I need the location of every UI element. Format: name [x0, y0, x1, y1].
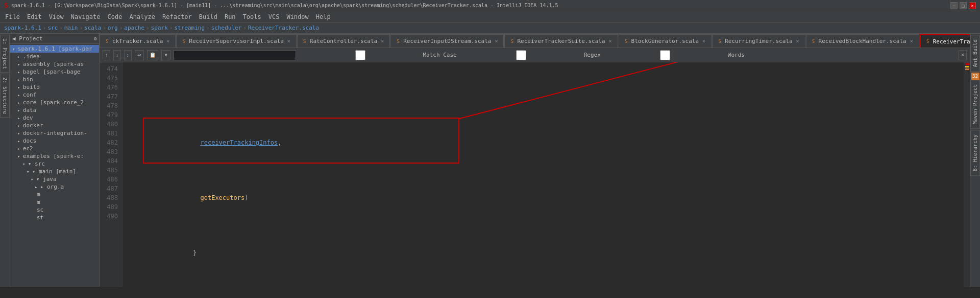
- tree-item-dev[interactable]: dev: [10, 114, 99, 122]
- tab-receiversupervisor[interactable]: S ReceiverSupervisorImpl.scala ×: [176, 34, 296, 48]
- tree-file-m1[interactable]: m: [10, 191, 99, 198]
- tree-item-docker-int[interactable]: docker-integration-: [10, 129, 99, 137]
- tab-close-1[interactable]: ×: [165, 38, 171, 44]
- tab-receivertrackersuite[interactable]: S ReceiverTrackerSuite.scala ×: [504, 34, 618, 48]
- maximize-button[interactable]: □: [960, 2, 967, 9]
- search-input[interactable]: [174, 50, 296, 60]
- tab-close-4[interactable]: ×: [493, 38, 499, 44]
- ant-build-tab[interactable]: Ant Build: [970, 35, 980, 72]
- code-editor[interactable]: 474 475 476 477 478 479 480 481 482 483 …: [100, 62, 970, 287]
- menu-item-run[interactable]: Run: [222, 13, 239, 21]
- menu-item-help[interactable]: Help: [313, 13, 334, 21]
- match-case-checkbox[interactable]: [299, 50, 422, 60]
- tree-item-build[interactable]: build: [10, 83, 99, 91]
- title-bar-controls: — □ ✕: [950, 2, 976, 9]
- maven-project-tab[interactable]: Maven Project: [970, 80, 980, 129]
- menu-item-refactor[interactable]: Refactor: [159, 13, 195, 21]
- breadcrumb-spark[interactable]: spark-1.6.1: [4, 25, 41, 31]
- breadcrumb-main[interactable]: main: [64, 25, 78, 31]
- tree-item-conf[interactable]: conf: [10, 91, 99, 99]
- menu-item-build[interactable]: Build: [196, 13, 220, 21]
- menu-item-vcs[interactable]: VCS: [265, 13, 283, 21]
- search-nav-up[interactable]: ↑: [103, 50, 110, 60]
- breadcrumb-file[interactable]: ReceiverTracker.scala: [248, 25, 319, 31]
- tree-file-sc[interactable]: sc: [10, 206, 99, 214]
- tree-item-bin[interactable]: bin: [10, 76, 99, 83]
- minimize-button[interactable]: —: [950, 2, 958, 9]
- tab-close-6[interactable]: ×: [701, 38, 707, 44]
- project-tab[interactable]: 1: Project: [0, 35, 10, 73]
- tree-item-idea[interactable]: .idea: [10, 53, 99, 60]
- tree-item-core[interactable]: core [spark-core_2: [10, 99, 99, 106]
- tab-receivertracker-active[interactable]: S ReceiverTracker.scala ×: [920, 34, 970, 48]
- tree-item-src[interactable]: ▾ src: [10, 160, 99, 168]
- hierarchy-right-tab[interactable]: 8: Hierarchy: [970, 130, 980, 176]
- tree-item-docker[interactable]: docker: [10, 122, 99, 129]
- menu-item-view[interactable]: View: [46, 13, 67, 21]
- search-match-case: Match Case: [299, 50, 457, 60]
- search-close[interactable]: ×: [959, 50, 967, 60]
- tab-close-2[interactable]: ×: [286, 38, 292, 44]
- match-case-label: Match Case: [423, 52, 457, 58]
- breadcrumb-apache[interactable]: apache: [124, 25, 144, 31]
- tree-file-st[interactable]: st: [10, 214, 99, 221]
- menu-item-tools[interactable]: Tools: [240, 13, 264, 21]
- tree-file-m2[interactable]: m: [10, 198, 99, 206]
- tab-receiverinputdstream[interactable]: S ReceiverInputDStream.scala ×: [390, 34, 504, 48]
- search-btn-1[interactable]: 📋: [147, 50, 158, 60]
- tab-close-8[interactable]: ×: [909, 38, 915, 44]
- tree-item-docs[interactable]: docs: [10, 137, 99, 145]
- search-option-1[interactable]: ↕: [124, 50, 132, 60]
- menu-item-analyze[interactable]: Analyze: [126, 13, 158, 21]
- breadcrumb-spark2[interactable]: spark: [151, 25, 168, 31]
- tree-item-ec2[interactable]: ec2: [10, 145, 99, 152]
- tab-icon-1: S: [104, 38, 110, 44]
- breadcrumb-sep-2: ›: [59, 25, 63, 31]
- words-checkbox[interactable]: [604, 50, 726, 60]
- breadcrumb-sep-8: ›: [206, 25, 210, 31]
- search-wrap[interactable]: ↩: [135, 50, 144, 60]
- menu-item-navigate[interactable]: Navigate: [68, 13, 104, 21]
- tree-item-data[interactable]: data: [10, 106, 99, 114]
- words-label: Words: [728, 52, 745, 58]
- tree-item-java[interactable]: ▾ java: [10, 175, 99, 183]
- sidebar-icon-1[interactable]: ⚙: [94, 36, 97, 41]
- close-button[interactable]: ✕: [969, 2, 976, 9]
- breadcrumb-org[interactable]: org: [108, 25, 118, 31]
- tab-icon-9: S: [925, 38, 931, 44]
- tree-item-assembly[interactable]: assembly [spark-as: [10, 60, 99, 68]
- tab-close-7[interactable]: ×: [795, 38, 801, 44]
- line-num-484: 484: [102, 156, 118, 166]
- breadcrumb-scala[interactable]: scala: [84, 25, 101, 31]
- menu-item-code[interactable]: Code: [105, 13, 126, 21]
- line-num-477: 477: [102, 92, 118, 101]
- tab-label-2: ReceiverSupervisorImpl.scala: [189, 38, 283, 44]
- breadcrumb-streaming[interactable]: streaming: [174, 25, 205, 31]
- breadcrumb-scheduler[interactable]: scheduler: [211, 25, 242, 31]
- tab-receivedblockhandler[interactable]: S ReceivedBlockHandler.scala ×: [806, 34, 919, 48]
- tab-ratecontroller[interactable]: S RateController.scala ×: [297, 34, 390, 48]
- menu-item-window[interactable]: Window: [283, 13, 311, 21]
- tab-close-3[interactable]: ×: [379, 38, 385, 44]
- code-link-474[interactable]: receiverTrackingInfos: [201, 139, 278, 146]
- search-nav-down[interactable]: ↓: [113, 50, 121, 60]
- code-content[interactable]: receiverTrackingInfos, getExecutors) } /…: [122, 62, 964, 287]
- regex-checkbox[interactable]: [460, 50, 582, 60]
- breadcrumb-src[interactable]: src: [47, 25, 58, 31]
- menu-item-edit[interactable]: Edit: [24, 13, 45, 21]
- search-btn-2[interactable]: ✦: [161, 50, 170, 60]
- tree-item-bagel[interactable]: bagel [spark-bage: [10, 68, 99, 76]
- structure-tab[interactable]: 2: Structure: [0, 74, 10, 118]
- tree-item-orga[interactable]: ▸ org.a: [10, 183, 99, 191]
- tab-blockgenerator[interactable]: S BlockGenerator.scala ×: [619, 34, 712, 48]
- line-num-480: 480: [102, 120, 118, 129]
- tab-icon-4: S: [395, 38, 401, 44]
- tab-recurringtimer[interactable]: S RecurringTimer.scala ×: [712, 34, 805, 48]
- tree-item-examples[interactable]: examples [spark-e:: [10, 152, 99, 160]
- tab-close-5[interactable]: ×: [607, 38, 614, 44]
- tree-item-main[interactable]: ▾ main [main]: [10, 168, 99, 175]
- menu-item-file[interactable]: File: [2, 13, 23, 21]
- tab-cktracker[interactable]: S ckTracker.scala ×: [100, 34, 176, 48]
- breadcrumb-sep-9: ›: [243, 25, 247, 31]
- tree-item-spark[interactable]: spark-1.6.1 [spark-par: [10, 45, 99, 53]
